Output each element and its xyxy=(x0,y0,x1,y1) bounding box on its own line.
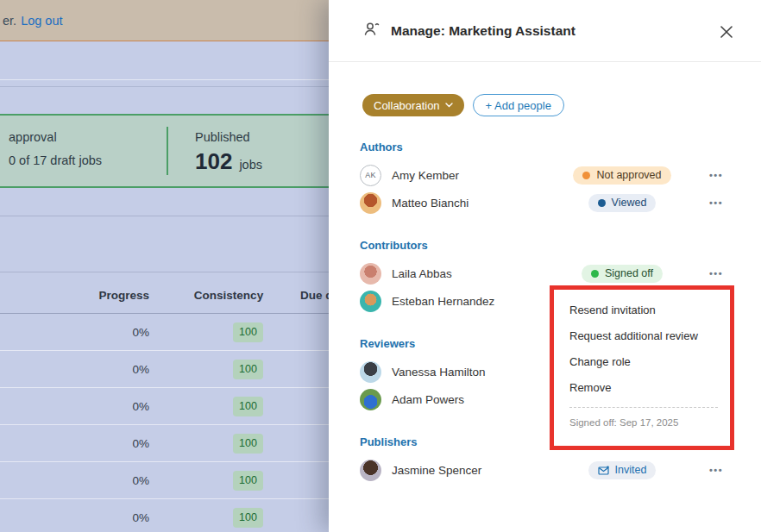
topbar-text-fragment: er. xyxy=(3,14,16,28)
member-name: Adam Powers xyxy=(392,393,557,406)
avatar xyxy=(360,192,381,214)
progress-cell: 0% xyxy=(0,351,149,388)
add-people-label: + Add people xyxy=(486,99,551,112)
column-header-progress[interactable]: Progress xyxy=(0,283,149,309)
consistency-badge: 100 xyxy=(233,397,263,416)
column-header-consistency[interactable]: Consistency xyxy=(160,283,298,309)
invited-envelope-icon xyxy=(598,466,609,475)
menu-item-request-additional-review[interactable]: Request additional review xyxy=(569,323,718,349)
context-menu-annotation-highlight: Resend invitation Request additional rev… xyxy=(550,285,734,450)
close-icon[interactable] xyxy=(714,20,739,44)
status-badge: Invited xyxy=(588,461,657,479)
consistency-badge: 100 xyxy=(233,471,263,491)
menu-item-remove[interactable]: Remove xyxy=(569,375,718,401)
screen: er. Log out approval 0 of 17 draft jobs … xyxy=(0,0,761,532)
section-heading: Authors xyxy=(360,141,726,156)
menu-item-resend-invitation[interactable]: Resend invitation xyxy=(569,297,718,323)
row-menu-icon[interactable]: ••• xyxy=(687,465,726,475)
stat-unit: jobs xyxy=(239,158,262,172)
avatar xyxy=(360,263,381,285)
member-row-matteo-bianchi: Matteo Bianchi Viewed ••• xyxy=(360,189,726,216)
menu-item-change-role[interactable]: Change role xyxy=(569,349,718,375)
panel-toolbar: Collaboration + Add people xyxy=(329,62,761,116)
progress-cell: 0% xyxy=(0,425,149,462)
logout-link[interactable]: Log out xyxy=(21,14,62,28)
member-row-laila-abbas: Laila Abbas Signed off ••• xyxy=(360,260,726,287)
section-heading: Contributors xyxy=(360,239,726,254)
progress-cell: 0% xyxy=(0,388,149,425)
member-name: Laila Abbas xyxy=(392,267,557,280)
collaboration-label: Collaboration xyxy=(374,99,440,112)
chevron-down-icon xyxy=(445,103,453,108)
consistency-badge: 100 xyxy=(233,322,263,342)
stat-divider xyxy=(167,127,168,175)
column-header-due-date[interactable]: Due d xyxy=(300,283,333,309)
add-people-button[interactable]: + Add people xyxy=(473,94,564,116)
status-badge: Not approved xyxy=(573,166,670,185)
member-name: Amy Kember xyxy=(392,169,557,182)
status-dot-icon xyxy=(598,199,606,207)
panel-header: Manage: Marketing Assistant xyxy=(329,0,761,62)
row-menu-icon[interactable]: ••• xyxy=(687,268,726,279)
stat-value: 0 of 17 draft jobs xyxy=(9,153,102,167)
row-menu-icon[interactable]: ••• xyxy=(687,197,726,208)
consistency-badge: 100 xyxy=(233,434,263,454)
status-dot-icon xyxy=(591,270,599,278)
avatar xyxy=(360,460,381,481)
status-dot-icon xyxy=(582,172,590,179)
progress-cell: 0% xyxy=(0,462,149,499)
member-name: Esteban Hernandez xyxy=(392,295,557,308)
consistency-badge: 100 xyxy=(233,508,263,528)
status-badge: Viewed xyxy=(588,194,657,212)
status-badge: Signed off xyxy=(582,265,663,283)
consistency-badge: 100 xyxy=(233,360,263,379)
stat-number: 102 xyxy=(195,148,232,175)
avatar: AK xyxy=(360,165,381,186)
collaboration-dropdown[interactable]: Collaboration xyxy=(362,94,464,116)
avatar xyxy=(360,389,381,410)
stat-draft-approval: approval 0 of 17 draft jobs xyxy=(9,130,102,167)
stat-label: Published xyxy=(195,130,262,144)
member-row-amy-kember: AK Amy Kember Not approved ••• xyxy=(360,161,726,189)
menu-signed-off-date: Signed off: Sep 17, 2025 xyxy=(569,417,718,428)
progress-cell: 0% xyxy=(0,499,149,532)
manage-panel: Manage: Marketing Assistant Collaboratio… xyxy=(329,0,761,532)
menu-divider xyxy=(569,407,718,408)
row-menu-icon[interactable]: ••• xyxy=(687,170,726,180)
member-name: Vanessa Hamilton xyxy=(392,366,557,379)
avatar xyxy=(360,361,381,383)
member-name: Matteo Bianchi xyxy=(392,197,557,210)
stat-published: Published 102 jobs xyxy=(195,130,262,175)
stat-label: approval xyxy=(9,130,102,144)
section-authors: Authors AK Amy Kember Not approved ••• M… xyxy=(360,141,726,216)
progress-cell: 0% xyxy=(0,314,149,351)
panel-title: Manage: Marketing Assistant xyxy=(391,23,575,39)
member-row-jasmine-spencer: Jasmine Spencer Invited ••• xyxy=(360,456,726,484)
manage-people-icon xyxy=(363,21,380,41)
avatar xyxy=(360,291,381,312)
member-name: Jasmine Spencer xyxy=(392,464,557,477)
